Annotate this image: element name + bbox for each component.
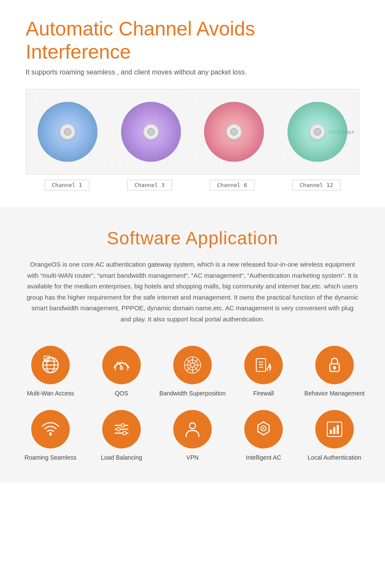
ap-3 <box>204 102 264 162</box>
channel-label-3: Channel 6 <box>210 180 254 190</box>
software-section: Software Application OrangeOS is one cor… <box>0 207 385 483</box>
svg-point-32 <box>333 366 336 369</box>
svg-point-41 <box>190 423 195 429</box>
features-grid: Multi-Wan Access <box>17 346 368 461</box>
feature-label-firewall: Firewall <box>253 389 274 397</box>
wifi-icon <box>40 419 61 440</box>
feature-firewall: Firewall <box>230 346 297 397</box>
local-auth-icon <box>315 410 354 448</box>
vpn-icon <box>173 410 212 448</box>
channel-subtitle: It supports roaming seamless , and clien… <box>26 68 359 76</box>
lock-icon <box>324 354 345 376</box>
ap-device-3 <box>226 124 242 140</box>
feature-behavior: Behavior Management <box>301 346 368 397</box>
svg-rect-48 <box>337 425 339 434</box>
feature-multi-wan: Multi-Wan Access <box>17 346 84 397</box>
feature-label-qos: QOS <box>115 389 128 397</box>
feature-intelligent: Intelligent AC <box>230 410 297 461</box>
feature-qos: QOS <box>88 346 155 397</box>
chart-icon <box>324 419 345 440</box>
loadbalancing-icon <box>102 410 141 448</box>
svg-point-44 <box>263 428 264 429</box>
roaming-icon <box>31 410 70 448</box>
feature-label-local-auth: Local Authentication <box>308 454 361 461</box>
speedometer-icon <box>111 354 132 376</box>
bandwidth-icon <box>173 346 212 384</box>
svg-point-15 <box>121 367 122 369</box>
ap-4 <box>287 102 347 162</box>
feature-bandwidth: Bandwidth Superposition <box>159 346 226 397</box>
multi-wan-icon <box>31 346 70 384</box>
svg-point-36 <box>121 424 124 427</box>
svg-rect-46 <box>330 430 332 434</box>
fire-icon <box>253 354 274 376</box>
sliders-icon <box>111 419 132 440</box>
feature-label-loadbalancing: Load Balancing <box>101 454 142 461</box>
channel-label-2: Channel 3 <box>127 180 172 190</box>
ap-device-1 <box>60 124 75 140</box>
channel-labels: Channel 1 Channel 3 Channel 6 Channel 12 <box>26 175 359 194</box>
circle-red <box>204 102 264 162</box>
feature-vpn: VPN <box>159 410 226 461</box>
channel-title: Automatic Channel Avoids Interference <box>26 17 359 63</box>
ap-1 <box>38 102 98 162</box>
software-description: OrangeOS is one core AC authentication g… <box>26 259 359 324</box>
feature-label-bandwidth: Bandwidth Superposition <box>160 389 226 397</box>
person-icon <box>182 419 203 440</box>
feature-label-intelligent: Intelligent AC <box>246 454 281 461</box>
behavior-icon <box>315 346 354 384</box>
svg-line-14 <box>125 362 126 363</box>
channel-diagram: Corridor <box>26 89 359 175</box>
feature-loadbalancing: Load Balancing <box>88 410 155 461</box>
svg-point-40 <box>123 431 126 435</box>
svg-point-34 <box>49 433 52 436</box>
circle-blue <box>38 102 98 162</box>
firewall-icon <box>244 346 283 384</box>
feature-local-auth: Local Authentication <box>301 410 368 461</box>
svg-rect-47 <box>333 427 335 434</box>
channel-section: Automatic Channel Avoids Interference It… <box>0 0 385 207</box>
feature-label-vpn: VPN <box>187 454 199 461</box>
feature-label-multi-wan: Multi-Wan Access <box>27 389 74 397</box>
ap-2 <box>121 102 181 162</box>
hexagon-icon <box>253 419 274 440</box>
feature-label-roaming: Roaming Seamless <box>24 454 76 461</box>
feature-roaming: Roaming Seamless <box>17 410 84 461</box>
globe-icon <box>40 354 61 376</box>
channel-label-1: Channel 1 <box>44 180 89 190</box>
channel-label-4: Channel 12 <box>292 180 340 190</box>
spider-icon <box>182 354 203 376</box>
qos-icon <box>102 346 141 384</box>
svg-point-16 <box>190 363 195 367</box>
intelligent-icon <box>244 410 283 448</box>
ap-device-4 <box>310 124 325 140</box>
circle-teal <box>287 102 347 162</box>
software-title: Software Application <box>17 228 368 249</box>
ap-device-2 <box>143 124 159 140</box>
circle-purple <box>121 102 181 162</box>
svg-point-38 <box>117 428 120 431</box>
feature-label-behavior: Behavior Management <box>305 389 365 397</box>
